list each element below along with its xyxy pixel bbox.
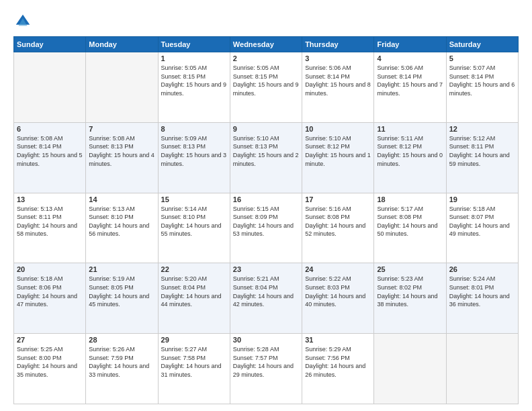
calendar-day-17: 17Sunrise: 5:16 AMSunset: 8:08 PMDayligh… (302, 193, 374, 263)
day-info: Sunrise: 5:23 AMSunset: 8:02 PMDaylight:… (377, 275, 443, 308)
day-info: Sunrise: 5:13 AMSunset: 8:11 PMDaylight:… (17, 205, 83, 238)
calendar-day-20: 20Sunrise: 5:18 AMSunset: 8:06 PMDayligh… (14, 263, 86, 334)
header (13, 12, 519, 31)
day-info: Sunrise: 5:13 AMSunset: 8:10 PMDaylight:… (89, 205, 154, 238)
day-number: 17 (305, 195, 371, 203)
day-info: Sunrise: 5:21 AMSunset: 8:04 PMDaylight:… (233, 275, 299, 308)
day-number: 21 (89, 265, 154, 273)
calendar-header-sunday: Sunday (14, 37, 86, 52)
calendar-day-31: 31Sunrise: 5:29 AMSunset: 7:56 PMDayligh… (302, 334, 374, 404)
day-number: 16 (233, 195, 299, 203)
day-info: Sunrise: 5:22 AMSunset: 8:03 PMDaylight:… (305, 275, 371, 308)
day-number: 11 (377, 125, 443, 133)
calendar-day-23: 23Sunrise: 5:21 AMSunset: 8:04 PMDayligh… (230, 263, 302, 334)
calendar-day-29: 29Sunrise: 5:27 AMSunset: 7:58 PMDayligh… (158, 334, 230, 404)
day-info: Sunrise: 5:27 AMSunset: 7:58 PMDaylight:… (161, 345, 227, 379)
day-number: 22 (161, 265, 227, 273)
day-number: 15 (161, 195, 227, 203)
calendar-week-row: 13Sunrise: 5:13 AMSunset: 8:11 PMDayligh… (14, 193, 519, 263)
calendar-table: SundayMondayTuesdayWednesdayThursdayFrid… (13, 36, 519, 404)
day-number: 25 (377, 265, 443, 273)
day-number: 5 (449, 54, 515, 62)
day-number: 20 (17, 265, 83, 273)
day-info: Sunrise: 5:20 AMSunset: 8:04 PMDaylight:… (161, 275, 227, 308)
calendar-day-9: 9Sunrise: 5:10 AMSunset: 8:13 PMDaylight… (230, 122, 302, 193)
calendar-day-1: 1Sunrise: 5:05 AMSunset: 8:15 PMDaylight… (158, 52, 230, 123)
calendar-day-6: 6Sunrise: 5:08 AMSunset: 8:14 PMDaylight… (14, 122, 86, 193)
day-info: Sunrise: 5:11 AMSunset: 8:12 PMDaylight:… (377, 134, 443, 168)
day-number: 27 (17, 336, 83, 344)
day-number: 31 (305, 336, 371, 344)
calendar-day-3: 3Sunrise: 5:06 AMSunset: 8:14 PMDaylight… (302, 52, 374, 123)
day-info: Sunrise: 5:10 AMSunset: 8:13 PMDaylight:… (233, 134, 299, 168)
day-number: 4 (377, 54, 443, 62)
calendar-day-27: 27Sunrise: 5:25 AMSunset: 8:00 PMDayligh… (14, 334, 86, 404)
calendar-header-friday: Friday (374, 37, 446, 52)
calendar-day-21: 21Sunrise: 5:19 AMSunset: 8:05 PMDayligh… (86, 263, 158, 334)
day-info: Sunrise: 5:09 AMSunset: 8:13 PMDaylight:… (161, 134, 227, 168)
day-info: Sunrise: 5:06 AMSunset: 8:14 PMDaylight:… (305, 64, 371, 97)
calendar-day-24: 24Sunrise: 5:22 AMSunset: 8:03 PMDayligh… (302, 263, 374, 334)
calendar-day-19: 19Sunrise: 5:18 AMSunset: 8:07 PMDayligh… (446, 193, 518, 263)
calendar-day-8: 8Sunrise: 5:09 AMSunset: 8:13 PMDaylight… (158, 122, 230, 193)
calendar-week-row: 1Sunrise: 5:05 AMSunset: 8:15 PMDaylight… (14, 52, 519, 123)
day-number: 7 (89, 125, 154, 133)
calendar-header-wednesday: Wednesday (230, 37, 302, 52)
calendar-day-12: 12Sunrise: 5:12 AMSunset: 8:11 PMDayligh… (446, 122, 518, 193)
calendar-header-saturday: Saturday (446, 37, 518, 52)
calendar-day-15: 15Sunrise: 5:14 AMSunset: 8:10 PMDayligh… (158, 193, 230, 263)
calendar-day-26: 26Sunrise: 5:24 AMSunset: 8:01 PMDayligh… (446, 263, 518, 334)
day-number: 14 (89, 195, 154, 203)
day-number: 29 (161, 336, 227, 344)
calendar-empty-cell (86, 52, 158, 123)
day-info: Sunrise: 5:15 AMSunset: 8:09 PMDaylight:… (233, 205, 299, 238)
day-number: 30 (233, 336, 299, 344)
day-info: Sunrise: 5:18 AMSunset: 8:07 PMDaylight:… (449, 205, 515, 238)
calendar-header-tuesday: Tuesday (158, 37, 230, 52)
day-number: 23 (233, 265, 299, 273)
day-info: Sunrise: 5:17 AMSunset: 8:08 PMDaylight:… (377, 205, 443, 238)
day-number: 2 (233, 54, 299, 62)
day-number: 26 (449, 265, 515, 273)
calendar-week-row: 27Sunrise: 5:25 AMSunset: 8:00 PMDayligh… (14, 334, 519, 404)
day-number: 19 (449, 195, 515, 203)
calendar-week-row: 6Sunrise: 5:08 AMSunset: 8:14 PMDaylight… (14, 122, 519, 193)
calendar-day-25: 25Sunrise: 5:23 AMSunset: 8:02 PMDayligh… (374, 263, 446, 334)
calendar-empty-cell (374, 334, 446, 404)
day-number: 8 (161, 125, 227, 133)
day-info: Sunrise: 5:10 AMSunset: 8:12 PMDaylight:… (305, 134, 371, 168)
day-info: Sunrise: 5:05 AMSunset: 8:15 PMDaylight:… (233, 64, 299, 97)
calendar-day-30: 30Sunrise: 5:28 AMSunset: 7:57 PMDayligh… (230, 334, 302, 404)
day-number: 1 (161, 54, 227, 62)
calendar-header-row: SundayMondayTuesdayWednesdayThursdayFrid… (14, 37, 519, 52)
page: SundayMondayTuesdayWednesdayThursdayFrid… (0, 0, 532, 411)
day-info: Sunrise: 5:07 AMSunset: 8:14 PMDaylight:… (449, 64, 515, 97)
day-number: 18 (377, 195, 443, 203)
calendar-day-7: 7Sunrise: 5:08 AMSunset: 8:13 PMDaylight… (86, 122, 158, 193)
calendar-day-22: 22Sunrise: 5:20 AMSunset: 8:04 PMDayligh… (158, 263, 230, 334)
calendar-day-4: 4Sunrise: 5:06 AMSunset: 8:14 PMDaylight… (374, 52, 446, 123)
day-number: 13 (17, 195, 83, 203)
day-info: Sunrise: 5:28 AMSunset: 7:57 PMDaylight:… (233, 345, 299, 379)
calendar-day-5: 5Sunrise: 5:07 AMSunset: 8:14 PMDaylight… (446, 52, 518, 123)
day-info: Sunrise: 5:19 AMSunset: 8:05 PMDaylight:… (89, 275, 154, 308)
calendar-day-11: 11Sunrise: 5:11 AMSunset: 8:12 PMDayligh… (374, 122, 446, 193)
logo (13, 12, 35, 31)
calendar-day-13: 13Sunrise: 5:13 AMSunset: 8:11 PMDayligh… (14, 193, 86, 263)
calendar-empty-cell (14, 52, 86, 123)
day-info: Sunrise: 5:25 AMSunset: 8:00 PMDaylight:… (17, 345, 83, 379)
day-info: Sunrise: 5:18 AMSunset: 8:06 PMDaylight:… (17, 275, 83, 308)
calendar-day-14: 14Sunrise: 5:13 AMSunset: 8:10 PMDayligh… (86, 193, 158, 263)
day-number: 10 (305, 125, 371, 133)
day-number: 3 (305, 54, 371, 62)
day-info: Sunrise: 5:08 AMSunset: 8:14 PMDaylight:… (17, 134, 83, 168)
day-info: Sunrise: 5:12 AMSunset: 8:11 PMDaylight:… (449, 134, 515, 168)
day-number: 9 (233, 125, 299, 133)
day-info: Sunrise: 5:14 AMSunset: 8:10 PMDaylight:… (161, 205, 227, 238)
calendar-day-28: 28Sunrise: 5:26 AMSunset: 7:59 PMDayligh… (86, 334, 158, 404)
day-number: 12 (449, 125, 515, 133)
day-info: Sunrise: 5:29 AMSunset: 7:56 PMDaylight:… (305, 345, 371, 379)
day-info: Sunrise: 5:26 AMSunset: 7:59 PMDaylight:… (89, 345, 154, 379)
day-info: Sunrise: 5:16 AMSunset: 8:08 PMDaylight:… (305, 205, 371, 238)
calendar-empty-cell (446, 334, 518, 404)
